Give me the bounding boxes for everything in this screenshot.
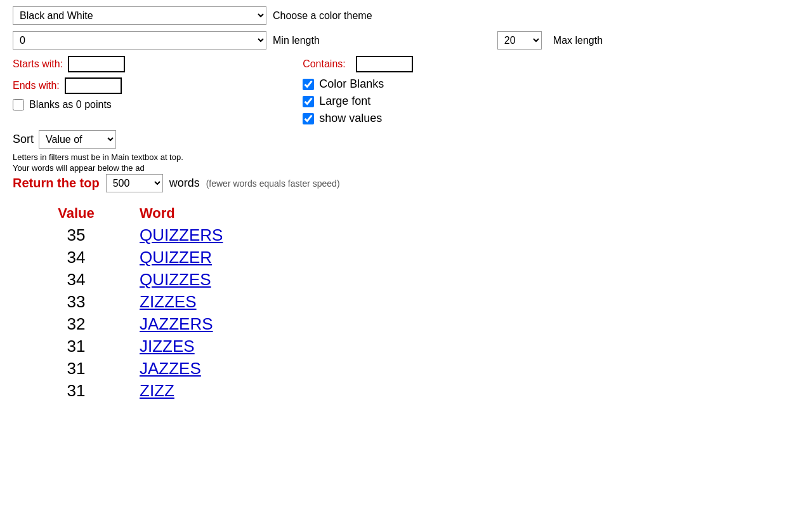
min-length-label: Min length xyxy=(273,35,320,46)
table-row: 31JIZZES xyxy=(13,337,799,356)
result-value: 31 xyxy=(13,337,140,356)
result-word[interactable]: QUIZZES xyxy=(140,270,330,290)
result-word[interactable]: ZIZZ xyxy=(140,381,330,401)
results-headers: Value Word xyxy=(13,205,799,222)
max-length-label: Max length xyxy=(553,35,603,46)
theme-select[interactable]: Black and WhiteColorDark Mode xyxy=(13,6,266,25)
result-value: 34 xyxy=(13,270,140,290)
ends-with-input[interactable] xyxy=(65,77,122,94)
results-body: 35QUIZZERS34QUIZZER34QUIZZES33ZIZZES32JA… xyxy=(13,225,799,401)
starts-with-label: Starts with: xyxy=(13,58,63,70)
speed-note: (fewer words equals faster speed) xyxy=(206,178,340,189)
result-word[interactable]: ZIZZES xyxy=(140,292,330,312)
max-length-select[interactable]: 567891011121314152025 xyxy=(497,31,542,50)
ends-with-row: Ends with: xyxy=(13,77,125,94)
min-length-row: 012345678910 Min length 5678910111213141… xyxy=(13,31,799,50)
result-value: 33 xyxy=(13,292,140,312)
result-value: 34 xyxy=(13,248,140,267)
large-font-label: Large font xyxy=(319,95,370,108)
info-line2: Your words will appear below the ad xyxy=(13,163,799,173)
results-table: Value Word 35QUIZZERS34QUIZZER34QUIZZES3… xyxy=(13,205,799,401)
table-row: 34QUIZZES xyxy=(13,270,799,290)
table-row: 34QUIZZER xyxy=(13,248,799,267)
info-line1: Letters in filters must be in Main textb… xyxy=(13,152,799,162)
color-blanks-checkbox[interactable] xyxy=(303,79,314,90)
return-row: Return the top 10020050010002000 words (… xyxy=(13,174,799,192)
table-row: 35QUIZZERS xyxy=(13,225,799,245)
result-value: 32 xyxy=(13,314,140,334)
return-label: Return the top xyxy=(13,176,100,190)
result-word[interactable]: QUIZZER xyxy=(140,248,330,267)
result-word[interactable]: JAZZES xyxy=(140,359,330,378)
word-column-header: Word xyxy=(140,205,330,222)
contains-input[interactable] xyxy=(356,56,413,72)
ends-with-label: Ends with: xyxy=(13,80,60,91)
right-filters: Contains: Color Blanks Large font show v… xyxy=(303,56,413,125)
result-value: 31 xyxy=(13,381,140,401)
sort-row: Sort Value ofAlphabeticalLength xyxy=(13,130,799,149)
words-label: words xyxy=(169,177,200,190)
color-blanks-row: Color Blanks xyxy=(303,77,413,91)
blanks-label: Blanks as 0 points xyxy=(29,99,112,110)
blanks-checkbox[interactable] xyxy=(13,99,24,110)
show-values-checkbox[interactable] xyxy=(303,113,314,124)
result-word[interactable]: QUIZZERS xyxy=(140,225,330,245)
starts-with-row: Starts with: xyxy=(13,56,125,72)
sort-label: Sort xyxy=(13,133,34,146)
blanks-row: Blanks as 0 points xyxy=(13,99,125,110)
result-word[interactable]: JIZZES xyxy=(140,337,330,356)
show-values-label: show values xyxy=(319,112,382,125)
table-row: 33ZIZZES xyxy=(13,292,799,312)
table-row: 31ZIZZ xyxy=(13,381,799,401)
result-value: 35 xyxy=(13,225,140,245)
min-length-select[interactable]: 012345678910 xyxy=(13,31,266,50)
large-font-checkbox[interactable] xyxy=(303,96,314,107)
return-count-select[interactable]: 10020050010002000 xyxy=(106,174,163,192)
large-font-row: Large font xyxy=(303,95,413,108)
table-row: 31JAZZES xyxy=(13,359,799,378)
left-filters: Starts with: Ends with: Blanks as 0 poin… xyxy=(13,56,125,125)
result-word[interactable]: JAZZERS xyxy=(140,314,330,334)
contains-row: Contains: xyxy=(303,56,413,72)
value-column-header: Value xyxy=(13,205,140,222)
contains-label: Contains: xyxy=(303,58,346,70)
show-values-row: show values xyxy=(303,112,413,125)
sort-select[interactable]: Value ofAlphabeticalLength xyxy=(39,130,116,149)
color-blanks-label: Color Blanks xyxy=(319,77,384,91)
theme-row: Black and WhiteColorDark Mode Choose a c… xyxy=(13,6,799,25)
theme-label: Choose a color theme xyxy=(273,10,372,22)
result-value: 31 xyxy=(13,359,140,378)
table-row: 32JAZZERS xyxy=(13,314,799,334)
starts-with-input[interactable] xyxy=(68,56,125,72)
